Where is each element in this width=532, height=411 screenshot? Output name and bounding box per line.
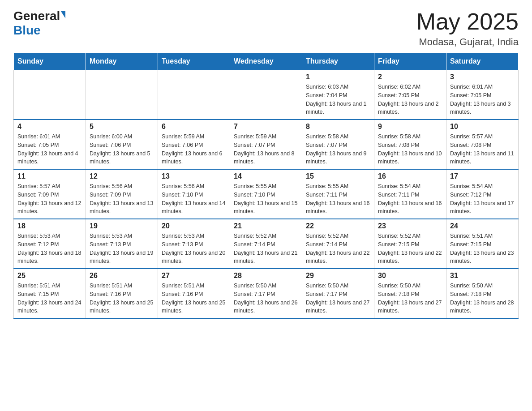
calendar-header-row: SundayMondayTuesdayWednesdayThursdayFrid… (14, 53, 519, 70)
calendar-week-row: 18Sunrise: 5:53 AM Sunset: 7:12 PM Dayli… (14, 219, 519, 269)
day-number: 20 (162, 222, 226, 230)
day-info: Sunrise: 5:53 AM Sunset: 7:13 PM Dayligh… (162, 232, 226, 265)
day-number: 13 (162, 172, 226, 180)
day-info: Sunrise: 5:56 AM Sunset: 7:09 PM Dayligh… (90, 182, 154, 216)
calendar-cell: 31Sunrise: 5:50 AM Sunset: 7:18 PM Dayli… (446, 269, 519, 318)
calendar-cell: 2Sunrise: 6:02 AM Sunset: 7:05 PM Daylig… (374, 70, 446, 120)
day-number: 12 (90, 172, 154, 180)
calendar-cell: 13Sunrise: 5:56 AM Sunset: 7:10 PM Dayli… (158, 169, 230, 219)
calendar-cell (86, 70, 158, 120)
day-info: Sunrise: 5:51 AM Sunset: 7:16 PM Dayligh… (90, 282, 154, 315)
logo-blue-text: Blue (13, 23, 41, 38)
day-info: Sunrise: 5:57 AM Sunset: 7:08 PM Dayligh… (450, 133, 515, 166)
day-info: Sunrise: 5:53 AM Sunset: 7:13 PM Dayligh… (90, 232, 154, 265)
calendar-cell: 29Sunrise: 5:50 AM Sunset: 7:17 PM Dayli… (302, 269, 374, 318)
location-label: Modasa, Gujarat, India (416, 36, 519, 48)
day-number: 6 (162, 123, 226, 131)
weekday-header-wednesday: Wednesday (230, 53, 302, 70)
day-number: 11 (17, 172, 82, 180)
day-number: 1 (306, 73, 370, 81)
weekday-header-sunday: Sunday (14, 53, 86, 70)
day-number: 23 (378, 222, 442, 230)
logo-triangle-icon (61, 11, 65, 18)
day-number: 18 (17, 222, 82, 230)
calendar-cell: 25Sunrise: 5:51 AM Sunset: 7:15 PM Dayli… (14, 269, 86, 318)
calendar-week-row: 4Sunrise: 6:01 AM Sunset: 7:05 PM Daylig… (14, 120, 519, 169)
calendar-table: SundayMondayTuesdayWednesdayThursdayFrid… (13, 52, 519, 319)
month-title: May 2025 (416, 9, 519, 34)
calendar-cell: 22Sunrise: 5:52 AM Sunset: 7:14 PM Dayli… (302, 219, 374, 269)
day-number: 7 (234, 123, 298, 131)
day-info: Sunrise: 5:52 AM Sunset: 7:15 PM Dayligh… (378, 232, 442, 265)
day-info: Sunrise: 5:55 AM Sunset: 7:11 PM Dayligh… (306, 182, 370, 216)
calendar-cell: 7Sunrise: 5:59 AM Sunset: 7:07 PM Daylig… (230, 120, 302, 169)
calendar-cell: 4Sunrise: 6:01 AM Sunset: 7:05 PM Daylig… (14, 120, 86, 169)
calendar-week-row: 11Sunrise: 5:57 AM Sunset: 7:09 PM Dayli… (14, 169, 519, 219)
day-info: Sunrise: 6:01 AM Sunset: 7:05 PM Dayligh… (17, 133, 82, 166)
day-number: 10 (450, 123, 515, 131)
day-number: 22 (306, 222, 370, 230)
weekday-header-saturday: Saturday (446, 53, 519, 70)
day-number: 15 (306, 172, 370, 180)
day-number: 28 (234, 272, 298, 280)
day-number: 21 (234, 222, 298, 230)
day-number: 19 (90, 222, 154, 230)
calendar-cell: 1Sunrise: 6:03 AM Sunset: 7:04 PM Daylig… (302, 70, 374, 120)
day-info: Sunrise: 5:54 AM Sunset: 7:12 PM Dayligh… (450, 182, 515, 216)
day-info: Sunrise: 5:51 AM Sunset: 7:16 PM Dayligh… (162, 282, 226, 315)
day-info: Sunrise: 5:53 AM Sunset: 7:12 PM Dayligh… (17, 232, 82, 265)
day-number: 25 (17, 272, 82, 280)
title-area: May 2025 Modasa, Gujarat, India (416, 9, 519, 48)
day-number: 8 (306, 123, 370, 131)
day-info: Sunrise: 5:50 AM Sunset: 7:17 PM Dayligh… (306, 282, 370, 315)
calendar-cell: 16Sunrise: 5:54 AM Sunset: 7:11 PM Dayli… (374, 169, 446, 219)
day-info: Sunrise: 5:52 AM Sunset: 7:14 PM Dayligh… (306, 232, 370, 265)
calendar-cell (230, 70, 302, 120)
logo: General Blue (13, 9, 65, 38)
day-number: 17 (450, 172, 515, 180)
day-info: Sunrise: 5:54 AM Sunset: 7:11 PM Dayligh… (378, 182, 442, 216)
day-number: 29 (306, 272, 370, 280)
day-number: 2 (378, 73, 442, 81)
day-info: Sunrise: 6:01 AM Sunset: 7:05 PM Dayligh… (450, 83, 515, 116)
day-number: 16 (378, 172, 442, 180)
day-number: 30 (378, 272, 442, 280)
day-number: 5 (90, 123, 154, 131)
calendar-cell: 30Sunrise: 5:50 AM Sunset: 7:18 PM Dayli… (374, 269, 446, 318)
calendar-week-row: 25Sunrise: 5:51 AM Sunset: 7:15 PM Dayli… (14, 269, 519, 318)
day-info: Sunrise: 5:50 AM Sunset: 7:17 PM Dayligh… (234, 282, 298, 315)
calendar-cell: 10Sunrise: 5:57 AM Sunset: 7:08 PM Dayli… (446, 120, 519, 169)
weekday-header-thursday: Thursday (302, 53, 374, 70)
calendar-cell (158, 70, 230, 120)
day-info: Sunrise: 5:51 AM Sunset: 7:15 PM Dayligh… (450, 232, 515, 265)
day-info: Sunrise: 5:57 AM Sunset: 7:09 PM Dayligh… (17, 182, 82, 216)
day-number: 9 (378, 123, 442, 131)
calendar-cell: 19Sunrise: 5:53 AM Sunset: 7:13 PM Dayli… (86, 219, 158, 269)
day-number: 4 (17, 123, 82, 131)
day-info: Sunrise: 5:59 AM Sunset: 7:07 PM Dayligh… (234, 133, 298, 166)
day-info: Sunrise: 5:59 AM Sunset: 7:06 PM Dayligh… (162, 133, 226, 166)
day-number: 26 (90, 272, 154, 280)
calendar-cell: 24Sunrise: 5:51 AM Sunset: 7:15 PM Dayli… (446, 219, 519, 269)
calendar-cell: 15Sunrise: 5:55 AM Sunset: 7:11 PM Dayli… (302, 169, 374, 219)
day-info: Sunrise: 6:02 AM Sunset: 7:05 PM Dayligh… (378, 83, 442, 116)
day-info: Sunrise: 5:50 AM Sunset: 7:18 PM Dayligh… (378, 282, 442, 315)
logo-general-text: General (13, 9, 60, 23)
day-info: Sunrise: 5:56 AM Sunset: 7:10 PM Dayligh… (162, 182, 226, 216)
day-info: Sunrise: 5:52 AM Sunset: 7:14 PM Dayligh… (234, 232, 298, 265)
calendar-cell: 3Sunrise: 6:01 AM Sunset: 7:05 PM Daylig… (446, 70, 519, 120)
calendar-cell: 27Sunrise: 5:51 AM Sunset: 7:16 PM Dayli… (158, 269, 230, 318)
day-info: Sunrise: 5:51 AM Sunset: 7:15 PM Dayligh… (17, 282, 82, 315)
calendar-cell: 14Sunrise: 5:55 AM Sunset: 7:10 PM Dayli… (230, 169, 302, 219)
calendar-cell: 28Sunrise: 5:50 AM Sunset: 7:17 PM Dayli… (230, 269, 302, 318)
day-number: 24 (450, 222, 515, 230)
calendar-cell: 11Sunrise: 5:57 AM Sunset: 7:09 PM Dayli… (14, 169, 86, 219)
calendar-cell: 9Sunrise: 5:58 AM Sunset: 7:08 PM Daylig… (374, 120, 446, 169)
calendar-cell: 5Sunrise: 6:00 AM Sunset: 7:06 PM Daylig… (86, 120, 158, 169)
calendar-cell (14, 70, 86, 120)
day-number: 14 (234, 172, 298, 180)
day-info: Sunrise: 6:00 AM Sunset: 7:06 PM Dayligh… (90, 133, 154, 166)
weekday-header-tuesday: Tuesday (158, 53, 230, 70)
day-number: 27 (162, 272, 226, 280)
day-info: Sunrise: 5:58 AM Sunset: 7:08 PM Dayligh… (378, 133, 442, 166)
